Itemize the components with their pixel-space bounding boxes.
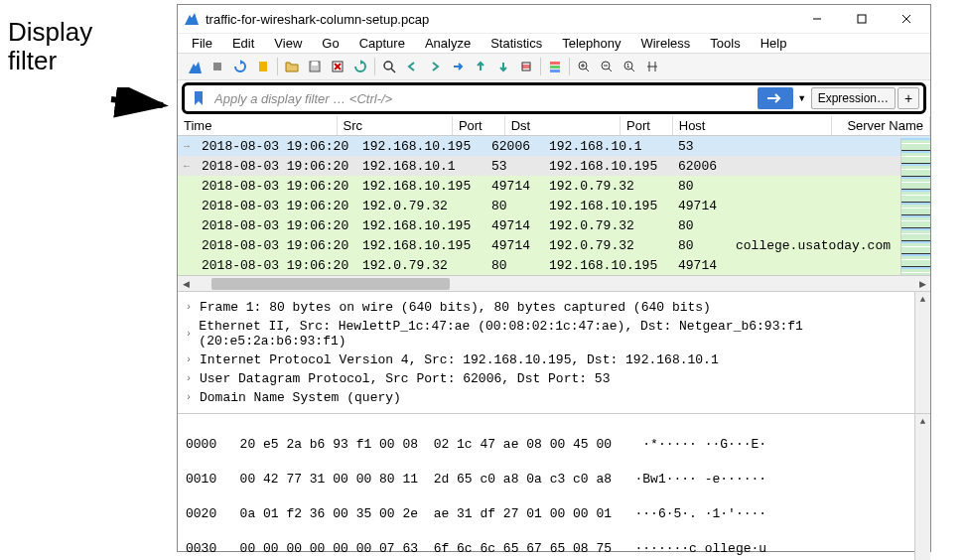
- scroll-left-icon[interactable]: ◀: [178, 279, 194, 289]
- hex-row[interactable]: 0030 00 00 00 00 00 00 07 63 6f 6c 6c 65…: [186, 540, 922, 558]
- minimize-button[interactable]: [794, 5, 839, 33]
- autoscroll-icon[interactable]: [515, 56, 537, 77]
- menu-telephony[interactable]: Telephony: [554, 34, 628, 53]
- col-port1[interactable]: Port: [453, 116, 505, 135]
- next-packet-icon[interactable]: [424, 56, 446, 77]
- scroll-right-icon[interactable]: ▶: [914, 279, 930, 289]
- packet-details-pane[interactable]: ›Frame 1: 80 bytes on wire (640 bits), 8…: [178, 292, 930, 414]
- maximize-button[interactable]: [839, 5, 884, 33]
- expression-button[interactable]: Expression…: [811, 87, 896, 109]
- svg-text:1: 1: [626, 63, 630, 69]
- packet-row[interactable]: 2018-08-03 19:06:20192.0.79.3280192.168.…: [178, 196, 930, 215]
- hex-row[interactable]: 0000 20 e5 2a b6 93 f1 00 08 02 1c 47 ae…: [186, 436, 922, 454]
- col-time[interactable]: Time: [178, 116, 338, 135]
- menu-capture[interactable]: Capture: [351, 34, 413, 53]
- stop-capture-icon[interactable]: [207, 56, 228, 77]
- window-title: traffic-for-wireshark-column-setup.pcap: [206, 12, 794, 27]
- first-packet-icon[interactable]: [470, 56, 491, 77]
- menu-go[interactable]: Go: [314, 34, 346, 53]
- menu-file[interactable]: File: [184, 34, 220, 53]
- cell-src: 192.0.79.32: [356, 258, 485, 273]
- col-server[interactable]: Server Name: [832, 116, 930, 135]
- packet-row[interactable]: 2018-08-03 19:06:20192.168.10.1954971419…: [178, 176, 930, 196]
- resize-columns-icon[interactable]: [641, 56, 663, 77]
- packet-row[interactable]: ←2018-08-03 19:06:20192.168.10.153192.16…: [178, 156, 930, 176]
- goto-packet-icon[interactable]: [447, 56, 469, 77]
- packet-minimap[interactable]: [900, 138, 930, 275]
- close-button[interactable]: [884, 5, 928, 33]
- col-src[interactable]: Src: [338, 116, 453, 135]
- detail-row[interactable]: ›Domain Name System (query): [186, 388, 922, 407]
- cell-port: 49714: [485, 218, 543, 233]
- detail-row[interactable]: ›Frame 1: 80 bytes on wire (640 bits), 8…: [186, 298, 922, 317]
- hex-scrollbar[interactable]: ▲: [914, 414, 930, 560]
- expand-icon[interactable]: ›: [186, 329, 199, 340]
- close-file-icon[interactable]: [327, 56, 348, 77]
- packet-row[interactable]: 2018-08-03 19:06:20192.168.10.1954971419…: [178, 235, 930, 255]
- toolbar-separator: [569, 58, 570, 75]
- horizontal-scrollbar[interactable]: ◀ ▶: [178, 275, 930, 291]
- packet-row[interactable]: 2018-08-03 19:06:20192.168.10.1954971419…: [178, 215, 930, 235]
- hex-row[interactable]: 0010 00 42 77 31 00 00 80 11 2d 65 c0 a8…: [186, 471, 922, 489]
- svg-rect-5: [213, 63, 221, 70]
- start-capture-icon[interactable]: [184, 56, 206, 77]
- packet-list-pane[interactable]: Time Src Port Dst Port Host Server Name …: [178, 116, 930, 292]
- detail-row[interactable]: ›Ethernet II, Src: HewlettP_1c:47:ae (00…: [186, 317, 922, 350]
- cell-time: 2018-08-03 19:06:20: [196, 179, 356, 194]
- detail-text: Frame 1: 80 bytes on wire (640 bits), 80…: [200, 300, 711, 315]
- expand-icon[interactable]: ›: [186, 392, 200, 403]
- col-dst[interactable]: Dst: [505, 116, 621, 135]
- packet-list-header[interactable]: Time Src Port Dst Port Host Server Name: [178, 116, 930, 136]
- cell-src: 192.0.79.32: [356, 199, 485, 213]
- menu-tools[interactable]: Tools: [702, 34, 748, 53]
- bookmark-icon[interactable]: [189, 87, 208, 109]
- menu-statistics[interactable]: Statistics: [483, 34, 550, 53]
- details-scrollbar[interactable]: ▲: [914, 292, 930, 413]
- menu-wireless[interactable]: Wireless: [632, 34, 698, 53]
- last-packet-icon[interactable]: [492, 56, 514, 77]
- hex-row[interactable]: 0020 0a 01 f2 36 00 35 00 2e ae 31 df 27…: [186, 505, 922, 523]
- apply-filter-button[interactable]: [758, 87, 793, 109]
- expand-icon[interactable]: ›: [186, 302, 200, 313]
- detail-row[interactable]: ›User Datagram Protocol, Src Port: 62006…: [186, 369, 922, 388]
- capture-options-icon[interactable]: [252, 56, 274, 77]
- menu-analyze[interactable]: Analyze: [417, 34, 479, 53]
- detail-text: Internet Protocol Version 4, Src: 192.16…: [200, 352, 719, 367]
- cell-port: 62006: [672, 159, 730, 174]
- filter-dropdown-icon[interactable]: ▼: [795, 87, 809, 109]
- open-file-icon[interactable]: [281, 56, 303, 77]
- detail-row[interactable]: ›Internet Protocol Version 4, Src: 192.1…: [186, 350, 922, 369]
- col-host[interactable]: Host: [673, 116, 833, 135]
- expand-icon[interactable]: ›: [186, 354, 200, 365]
- svg-point-12: [384, 62, 392, 70]
- scrollbar-thumb[interactable]: [211, 278, 450, 290]
- detail-text: User Datagram Protocol, Src Port: 62006,…: [200, 371, 610, 386]
- menubar: File Edit View Go Capture Analyze Statis…: [178, 34, 930, 53]
- expand-icon[interactable]: ›: [186, 373, 200, 384]
- display-filter-input[interactable]: [210, 87, 756, 109]
- reload-icon[interactable]: [349, 56, 371, 77]
- add-filter-button[interactable]: +: [898, 87, 919, 109]
- cell-time: 2018-08-03 19:06:20: [196, 238, 356, 253]
- cell-port: 53: [672, 139, 730, 154]
- packet-bytes-pane[interactable]: 0000 20 e5 2a b6 93 f1 00 08 02 1c 47 ae…: [178, 414, 930, 560]
- colorize-icon[interactable]: [544, 56, 566, 77]
- zoom-out-icon[interactable]: [596, 56, 618, 77]
- packet-row[interactable]: 2018-08-03 19:06:20192.0.79.3280192.168.…: [178, 255, 930, 275]
- svg-line-0: [111, 99, 163, 105]
- prev-packet-icon[interactable]: [401, 56, 423, 77]
- find-icon[interactable]: [378, 56, 400, 77]
- zoom-in-icon[interactable]: [573, 56, 595, 77]
- app-window: traffic-for-wireshark-column-setup.pcap …: [177, 4, 931, 552]
- zoom-reset-icon[interactable]: 1: [619, 56, 640, 77]
- packet-row[interactable]: →2018-08-03 19:06:20192.168.10.195620061…: [178, 136, 930, 156]
- col-port2[interactable]: Port: [621, 116, 673, 135]
- save-icon[interactable]: [304, 56, 326, 77]
- menu-edit[interactable]: Edit: [224, 34, 262, 53]
- cell-port: 80: [485, 199, 543, 213]
- annotation-label: Displayfilter: [8, 18, 92, 74]
- cell-host: college.usatoday.com: [730, 238, 908, 253]
- restart-capture-icon[interactable]: [229, 56, 251, 77]
- menu-help[interactable]: Help: [753, 34, 795, 53]
- menu-view[interactable]: View: [266, 34, 310, 53]
